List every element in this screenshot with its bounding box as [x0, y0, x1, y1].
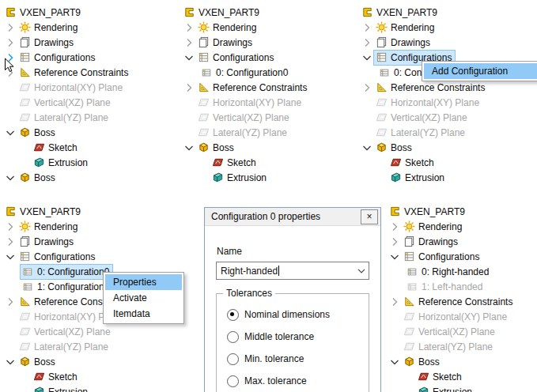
collapse-chevron-icon[interactable] [360, 141, 374, 154]
tree-item-vxen-part9[interactable]: VXEN_PART9 [2, 5, 131, 20]
tree-item-content[interactable]: Configurations [196, 51, 277, 65]
radio-middle-tolerance[interactable]: Middle tolerance [227, 330, 369, 343]
tree-item-content[interactable]: Lateral(YZ) Plane [402, 340, 496, 354]
tree-item-extrusion[interactable]: Extrusion [358, 170, 488, 185]
tree-item-content[interactable]: Extrusion [416, 385, 475, 392]
tree-item-content[interactable]: Configurations [17, 250, 98, 264]
collapse-chevron-icon[interactable] [388, 356, 402, 368]
collapse-chevron-icon[interactable] [3, 126, 17, 139]
close-button[interactable]: × [361, 209, 378, 224]
expand-chevron-icon[interactable] [182, 36, 196, 49]
collapse-chevron-icon[interactable] [182, 51, 196, 64]
tree-item-sketch[interactable]: Sketch [2, 140, 131, 155]
tree-item-content[interactable]: Boss [402, 355, 443, 369]
tree-item-content[interactable]: Sketch [388, 156, 437, 170]
tree-item-vxen-part9[interactable]: VXEN_PART9 [358, 5, 488, 20]
tree-item-lateral-yz-plane[interactable]: Lateral(YZ) Plane [386, 339, 516, 354]
tree-item-content[interactable]: Vertical(XZ) Plane [196, 111, 293, 125]
tree-item-drawings[interactable]: Drawings [386, 234, 516, 249]
tree-item-content[interactable]: Reference Constraints [17, 66, 131, 80]
tree-item-content[interactable]: Lateral(YZ) Plane [17, 111, 112, 125]
expand-chevron-icon[interactable] [388, 296, 402, 308]
collapse-chevron-icon[interactable] [3, 356, 17, 368]
tree-item-rendering[interactable]: Rendering [2, 219, 131, 234]
tree-item-1-left-handed[interactable]: 1: Left-handed [386, 279, 516, 294]
menu-item-add-configuration[interactable]: Add Configuration [424, 63, 537, 79]
radio-max-tolerance[interactable]: Max. tolerance [227, 375, 369, 387]
tree-item-configurations[interactable]: Configurations [386, 249, 516, 264]
tree-item-boss[interactable]: Boss [180, 140, 310, 155]
tree-item-content[interactable]: Boss [196, 141, 237, 155]
tree-item-extrusion[interactable]: Extrusion [180, 170, 310, 185]
tree-item-content[interactable]: 1: Left-handed [405, 280, 486, 294]
tree-item-horizontal-xy-plane[interactable]: Horizontal(XY) Plane [358, 95, 488, 110]
tree-item-content[interactable]: VXEN_PART9 [388, 205, 468, 219]
tree-item-horizontal-xy-plane[interactable]: Horizontal(XY) Plane [2, 80, 131, 95]
tree-item-drawings[interactable]: Drawings [180, 35, 310, 50]
tree-item-content[interactable]: Sketch [416, 370, 465, 384]
tree-item-extrusion[interactable]: Extrusion [2, 384, 131, 392]
combo-dropdown-button[interactable] [354, 263, 368, 278]
collapse-chevron-icon[interactable] [182, 141, 196, 154]
tree-item-reference-constraints[interactable]: Reference Constraints [358, 80, 488, 95]
tree-item-configurations[interactable]: Configurations [2, 50, 131, 65]
tree-item-content[interactable]: Boss [374, 141, 415, 155]
tree-item-reference-constraints[interactable]: Reference Constraints [180, 80, 310, 95]
tree-item-content[interactable]: Reference Constraints [196, 81, 310, 95]
tree-item-drawings[interactable]: Drawings [358, 35, 488, 50]
tree-item-content[interactable]: Drawings [196, 36, 255, 50]
tree-item-lateral-yz-plane[interactable]: Lateral(YZ) Plane [358, 125, 488, 140]
tree-item-content[interactable]: Vertical(XZ) Plane [17, 96, 114, 110]
tree-item-content[interactable]: Drawings [17, 36, 77, 50]
tree-item-content[interactable]: Rendering [196, 21, 259, 35]
tree-item-0-right-handed[interactable]: 0: Right-handed [386, 264, 516, 279]
tree-item-content[interactable]: Configurations [17, 51, 98, 65]
tree-item-content[interactable]: Horizontal(XY) Plane [402, 310, 510, 324]
expand-chevron-icon[interactable] [3, 296, 17, 308]
tree-item-boss[interactable]: Boss [386, 354, 516, 369]
expand-chevron-icon[interactable] [3, 220, 17, 233]
tree-item-content[interactable]: Boss [17, 171, 59, 185]
tree-item-lateral-yz-plane[interactable]: Lateral(YZ) Plane [2, 339, 131, 354]
tree-item-content[interactable]: VXEN_PART9 [182, 6, 263, 20]
expand-chevron-icon[interactable] [360, 21, 374, 34]
tree-item-content[interactable]: Lateral(YZ) Plane [374, 126, 468, 140]
tree-item-content[interactable]: Extrusion [32, 385, 91, 392]
tree-item-configurations[interactable]: Configurations [180, 50, 310, 65]
expand-chevron-icon[interactable] [3, 236, 17, 248]
tree-item-content[interactable]: VXEN_PART9 [3, 6, 84, 20]
tree-item-rendering[interactable]: Rendering [358, 20, 488, 35]
tree-item-content[interactable]: Horizontal(XY) Plane [17, 81, 126, 95]
expand-chevron-icon[interactable] [388, 220, 402, 233]
tree-item-content[interactable]: Rendering [17, 220, 81, 234]
radio-nominal-dimensions[interactable]: Nominal dimensions [227, 308, 369, 321]
tree-item-boss[interactable]: Boss [2, 354, 131, 369]
tree-item-content[interactable]: Lateral(YZ) Plane [17, 340, 112, 354]
name-combobox[interactable]: Right-handed [216, 262, 369, 280]
expand-chevron-icon[interactable] [3, 36, 17, 49]
tree-item-content[interactable]: Extrusion [388, 171, 448, 185]
tree-item-0-configuration0[interactable]: 0: Configuration0 [180, 65, 310, 80]
tree-item-content[interactable]: Extrusion [32, 156, 91, 170]
expand-chevron-icon[interactable] [360, 81, 374, 94]
tree-item-content[interactable]: Horizontal(XY) Plane [374, 96, 482, 110]
tree-item-drawings[interactable]: Drawings [2, 35, 131, 50]
tree-item-content[interactable]: Boss [17, 355, 59, 369]
tree-item-content[interactable]: Reference Constraints [402, 295, 516, 309]
tree-item-vertical-xz-plane[interactable]: Vertical(XZ) Plane [2, 324, 131, 339]
menu-item-activate[interactable]: Activate [105, 290, 182, 306]
menu-item-itemdata[interactable]: Itemdata [105, 306, 182, 322]
tree-item-rendering[interactable]: Rendering [180, 20, 310, 35]
tree-item-rendering[interactable]: Rendering [386, 219, 516, 234]
menu-item-properties[interactable]: Properties [105, 274, 182, 290]
tree-item-sketch[interactable]: Sketch [358, 155, 488, 170]
tree-item-content[interactable]: Rendering [17, 21, 81, 35]
radio-min-tolerance[interactable]: Min. tolerance [227, 352, 369, 365]
tree-item-content[interactable]: Vertical(XZ) Plane [17, 325, 114, 339]
dialog-titlebar[interactable]: Configuration 0 properties × [205, 208, 380, 226]
tree-item-extrusion[interactable]: Extrusion [2, 155, 131, 170]
collapse-chevron-icon[interactable] [3, 251, 17, 263]
tree-item-boss[interactable]: Boss [2, 170, 131, 185]
tree-item-content[interactable]: Drawings [402, 235, 461, 249]
tree-item-content[interactable]: Configurations [402, 250, 482, 264]
